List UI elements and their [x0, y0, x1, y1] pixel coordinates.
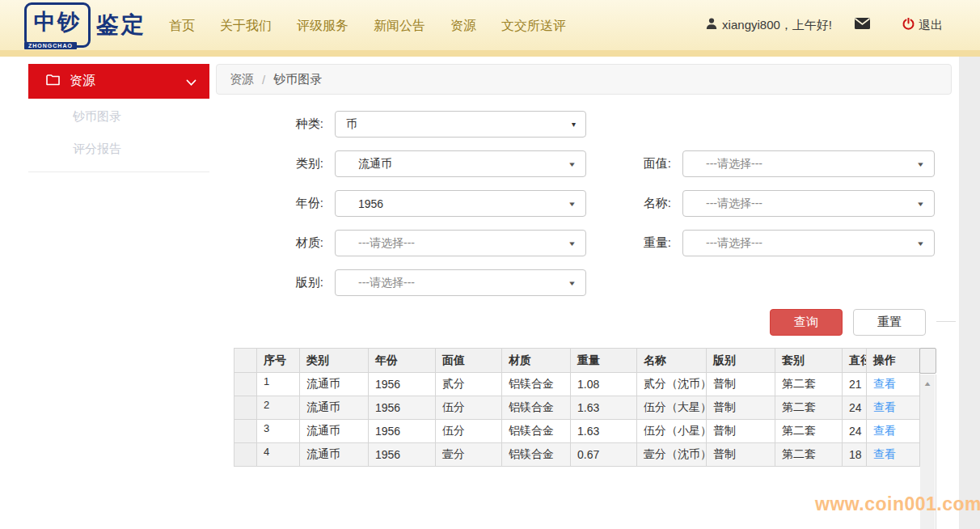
nav-resources[interactable]: 资源: [450, 18, 476, 35]
dropdown-arrow-icon: ▼: [916, 239, 925, 247]
breadcrumb-separator: /: [262, 73, 265, 87]
cell-diameter: 18: [843, 443, 867, 467]
mail-icon[interactable]: [855, 18, 870, 32]
sidebar-item-score-report[interactable]: 评分报告: [28, 133, 209, 165]
row-gutter: [234, 443, 257, 467]
logout-button[interactable]: 退出: [902, 18, 943, 33]
nav-news[interactable]: 新闻公告: [374, 18, 425, 35]
year-label: 年份:: [273, 196, 323, 211]
filter-row-weight: 重量: ---请选择--- ▼: [621, 230, 935, 256]
user-icon: [706, 18, 717, 32]
kind-select[interactable]: 币 ▼: [335, 111, 586, 138]
table-row: 1 流通币 1956 贰分 铝镁合金 1.08 贰分（沈币） 普制 第二套 21…: [234, 373, 920, 396]
material-label: 材质:: [273, 235, 323, 251]
column-header-action: 操作: [867, 349, 920, 373]
scroll-up-icon[interactable]: ▲: [923, 378, 931, 391]
cell-year: 1956: [369, 396, 436, 420]
row-gutter: [234, 396, 257, 420]
cell-weight: 1.08: [571, 373, 637, 396]
nav-grading-service[interactable]: 评级服务: [297, 18, 348, 35]
kind-select-value: 币: [346, 117, 357, 132]
power-icon: [902, 18, 915, 33]
logo-text-sub: ZHONGCHAO: [24, 42, 77, 49]
column-header-year: 年份: [369, 349, 436, 373]
column-header-index: 序号: [257, 349, 300, 373]
page-scrollbar[interactable]: [959, 57, 980, 529]
cell-name: 贰分（沈币）: [637, 373, 707, 396]
cell-set: 第二套: [775, 396, 843, 420]
row-gutter: [234, 373, 257, 396]
cell-name: 壹分（沈币）: [637, 443, 707, 467]
year-select[interactable]: 1956 ▼: [335, 190, 586, 217]
view-link[interactable]: 查看: [873, 447, 896, 460]
table-row: 3 流通币 1956 伍分 铝镁合金 1.63 伍分（小星） 普制 第二套 24…: [234, 420, 920, 443]
edition-select-placeholder: ---请选择---: [358, 276, 415, 290]
dropdown-arrow-icon: ▼: [916, 200, 925, 207]
logo-text-primary: 中钞: [34, 10, 81, 34]
cell-index: 4: [257, 443, 300, 467]
category-label: 类别:: [273, 156, 323, 171]
cell-material: 铝镁合金: [502, 396, 571, 420]
nav-home[interactable]: 首页: [169, 18, 195, 35]
material-select-placeholder: ---请选择---: [358, 236, 415, 251]
dropdown-arrow-icon: ▼: [916, 160, 925, 167]
row-gutter: [234, 420, 257, 443]
column-header-set: 套别: [775, 349, 843, 373]
sidebar-menu-resources[interactable]: 资源: [28, 64, 209, 99]
logo-box: 中钞 ZHONGCHAO: [24, 2, 91, 48]
cell-year: 1956: [369, 373, 436, 396]
table-row: 4 流通币 1956 壹分 铝镁合金 0.67 壹分（沈币） 普制 第二套 18…: [234, 443, 920, 467]
filter-row-denomination: 面值: ---请选择--- ▼: [621, 150, 935, 177]
table-row: 2 流通币 1956 伍分 铝镁合金 1.63 伍分（大星） 普制 第二套 24…: [234, 396, 920, 420]
view-link[interactable]: 查看: [873, 377, 896, 390]
main-nav: 首页 关于我们 评级服务 新闻公告 资源 文交所送评: [169, 18, 566, 35]
table-header-row: 序号 类别 年份 面值 材质 重量 名称 版别 套别 直径 操作: [234, 349, 920, 373]
search-button[interactable]: 查询: [770, 309, 843, 336]
cell-name: 伍分（大星）: [637, 396, 707, 420]
column-header-denomination: 面值: [436, 349, 502, 373]
cell-index: 1: [257, 373, 300, 396]
column-header-category: 类别: [300, 349, 369, 373]
cell-material: 铝镁合金: [502, 373, 571, 396]
breadcrumb-current: 钞币图录: [273, 72, 322, 87]
dropdown-arrow-icon: ▼: [568, 279, 577, 286]
folder-icon: [46, 74, 60, 89]
denomination-select[interactable]: ---请选择--- ▼: [682, 150, 935, 177]
column-header-edition: 版别: [707, 349, 775, 373]
cell-action: 查看: [867, 373, 920, 396]
cell-denomination: 伍分: [436, 420, 502, 443]
dropdown-arrow-icon: ▼: [568, 239, 577, 247]
name-select[interactable]: ---请选择--- ▼: [682, 190, 935, 217]
material-select[interactable]: ---请选择--- ▼: [335, 230, 586, 256]
edition-select[interactable]: ---请选择--- ▼: [335, 269, 586, 296]
nav-about[interactable]: 关于我们: [220, 18, 272, 35]
column-header-material: 材质: [502, 349, 571, 373]
cell-weight: 0.67: [571, 443, 637, 467]
column-header-weight: 重量: [571, 349, 637, 373]
results-table: 序号 类别 年份 面值 材质 重量 名称 版别 套别 直径 操作 1 流通: [234, 348, 919, 467]
column-header-name: 名称: [637, 349, 707, 373]
dropdown-arrow-icon: ▼: [568, 160, 577, 167]
filter-row-edition: 版别: ---请选择--- ▼: [273, 269, 586, 296]
cell-index: 2: [257, 396, 300, 420]
category-select[interactable]: 流通币 ▼: [335, 150, 586, 177]
sidebar-item-coin-catalog[interactable]: 钞币图录: [28, 100, 209, 133]
cell-action: 查看: [867, 420, 920, 443]
cell-category: 流通币: [300, 373, 369, 396]
breadcrumb: 资源 / 钞币图录: [216, 64, 952, 95]
cell-action: 查看: [867, 396, 920, 420]
breadcrumb-root[interactable]: 资源: [230, 72, 254, 87]
filter-row-kind: 种类: 币 ▼: [273, 111, 586, 138]
view-link[interactable]: 查看: [873, 400, 896, 413]
denomination-select-placeholder: ---请选择---: [706, 157, 762, 171]
view-link[interactable]: 查看: [873, 424, 896, 437]
page: 中钞 ZHONGCHAO 鉴定 首页 关于我们 评级服务 新闻公告 资源 文交所…: [0, 0, 980, 529]
cell-category: 流通币: [300, 396, 369, 420]
site-logo[interactable]: 中钞 ZHONGCHAO 鉴定: [24, 2, 146, 48]
cell-denomination: 壹分: [436, 443, 502, 467]
cell-edition: 普制: [707, 373, 775, 396]
weight-select[interactable]: ---请选择--- ▼: [682, 230, 935, 256]
reset-button[interactable]: 重置: [853, 309, 926, 336]
nav-exchange-submission[interactable]: 文交所送评: [501, 18, 566, 35]
cell-diameter: 24: [843, 420, 867, 443]
